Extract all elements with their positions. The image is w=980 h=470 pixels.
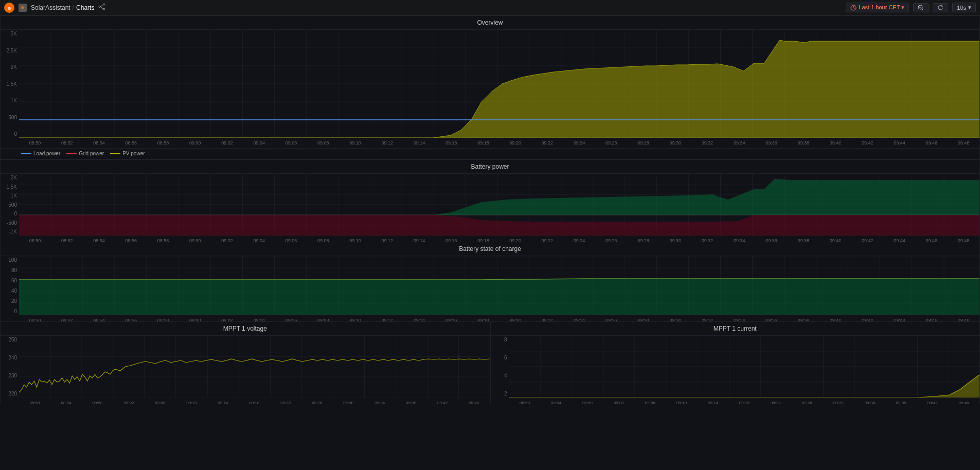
battery-power-svg bbox=[19, 174, 979, 236]
mppt1-current-panel: MPPT 1 current 8 6 4 2 bbox=[490, 321, 981, 404]
svg-line-13 bbox=[922, 9, 923, 10]
overview-chart-area: 3K 2.5K 2K 1.5K 1K 500 0 bbox=[1, 30, 979, 148]
svg-point-4 bbox=[103, 4, 105, 5]
svg-point-3 bbox=[21, 6, 24, 9]
svg-line-7 bbox=[100, 5, 103, 7]
mppt1-voltage-x-axis: 08:50 08:54 08:58 09:02 09:06 09:10 09:1… bbox=[19, 397, 490, 408]
overview-legend: Load power Grid power PV power bbox=[1, 148, 979, 158]
battery-soc-svg-wrap bbox=[19, 256, 979, 315]
legend-load-power: Load power bbox=[21, 151, 60, 156]
legend-load-line bbox=[21, 153, 31, 154]
mppt1-voltage-chart-area: 250 240 230 220 bbox=[1, 336, 490, 408]
legend-grid-power: Grid power bbox=[66, 151, 104, 156]
battery-power-y-axis: 2K 1.5K 1K 500 0 -500 -1K bbox=[1, 174, 19, 236]
topbar: G SolarAssistant / Charts Last 1 hour bbox=[0, 0, 980, 15]
battery-power-svg-wrap bbox=[19, 174, 979, 236]
mppt1-voltage-svg bbox=[19, 336, 490, 397]
svg-line-11 bbox=[853, 8, 855, 9]
battery-soc-panel: Battery state of charge 100 80 60 40 20 … bbox=[0, 242, 980, 321]
mppt1-current-title: MPPT 1 current bbox=[491, 322, 980, 336]
svg-point-6 bbox=[99, 6, 100, 8]
battery-soc-chart-area: 100 80 60 40 20 0 bbox=[1, 256, 979, 326]
refresh-icon bbox=[937, 5, 943, 11]
mppt1-current-svg-wrap bbox=[509, 336, 980, 397]
bottom-panels: MPPT 1 voltage 250 240 230 220 bbox=[0, 321, 980, 404]
refresh-button[interactable] bbox=[933, 3, 948, 12]
overview-y-axis: 3K 2.5K 2K 1.5K 1K 500 0 bbox=[1, 30, 19, 138]
app-name[interactable]: SolarAssistant bbox=[31, 4, 70, 11]
mppt1-voltage-title: MPPT 1 voltage bbox=[1, 322, 490, 336]
mppt1-current-chart-area: 8 6 4 2 bbox=[491, 336, 980, 408]
battery-power-chart-area: 2K 1.5K 1K 500 0 -500 -1K bbox=[1, 174, 979, 246]
battery-soc-svg bbox=[19, 256, 979, 315]
topbar-right: Last 1 hour CET ▾ 10s ▾ bbox=[846, 3, 976, 12]
app-icon bbox=[19, 4, 27, 12]
legend-grid-line bbox=[66, 153, 77, 154]
time-range-picker[interactable]: Last 1 hour CET ▾ bbox=[846, 3, 909, 12]
interval-picker[interactable]: 10s ▾ bbox=[952, 3, 976, 12]
svg-point-5 bbox=[103, 8, 105, 10]
breadcrumb-sep: / bbox=[73, 4, 74, 11]
mppt1-voltage-panel: MPPT 1 voltage 250 240 230 220 bbox=[0, 321, 490, 404]
mppt1-voltage-y-axis: 250 240 230 220 bbox=[1, 336, 19, 397]
page-title: Charts bbox=[76, 4, 94, 11]
battery-power-panel: Battery power 2K 1.5K 1K 500 0 -500 -1K bbox=[0, 159, 980, 242]
overview-svg-wrap bbox=[19, 30, 979, 138]
charts-container: Overview 3K 2.5K 2K 1.5K 1K 500 0 bbox=[0, 15, 980, 470]
svg-text:G: G bbox=[8, 6, 11, 10]
svg-marker-89 bbox=[19, 179, 979, 215]
svg-line-8 bbox=[100, 7, 103, 9]
svg-marker-90 bbox=[19, 215, 979, 236]
battery-soc-title: Battery state of charge bbox=[1, 242, 979, 256]
battery-soc-y-axis: 100 80 60 40 20 0 bbox=[1, 256, 19, 315]
mppt1-current-y-axis: 8 6 4 2 bbox=[491, 336, 509, 397]
clock-icon bbox=[850, 5, 857, 11]
overview-panel: Overview 3K 2.5K 2K 1.5K 1K 500 0 bbox=[0, 15, 980, 159]
legend-pv-line bbox=[110, 153, 120, 154]
svg-marker-126 bbox=[19, 279, 979, 315]
zoom-out-icon bbox=[918, 5, 924, 11]
overview-svg bbox=[19, 30, 979, 138]
interval-label: 10s bbox=[957, 5, 966, 11]
overview-x-axis: 08:50 08:52 08:54 08:56 08:58 09:00 09:0… bbox=[19, 138, 979, 148]
share-icon[interactable] bbox=[98, 3, 105, 12]
breadcrumb: SolarAssistant / Charts bbox=[31, 4, 94, 11]
legend-pv-power: PV power bbox=[110, 151, 145, 156]
zoom-out-button[interactable] bbox=[913, 3, 929, 12]
mppt1-voltage-svg-wrap bbox=[19, 336, 490, 397]
overview-title: Overview bbox=[1, 16, 979, 30]
grafana-logo: G bbox=[4, 3, 14, 13]
svg-marker-164 bbox=[509, 347, 980, 397]
mppt1-current-x-axis: 08:50 08:54 08:58 09:02 09:06 09:10 09:1… bbox=[509, 397, 980, 408]
time-range-label: Last 1 hour CET ▾ bbox=[859, 4, 904, 11]
svg-marker-52 bbox=[19, 40, 979, 138]
mppt1-current-svg bbox=[509, 336, 980, 397]
battery-power-title: Battery power bbox=[1, 160, 979, 174]
